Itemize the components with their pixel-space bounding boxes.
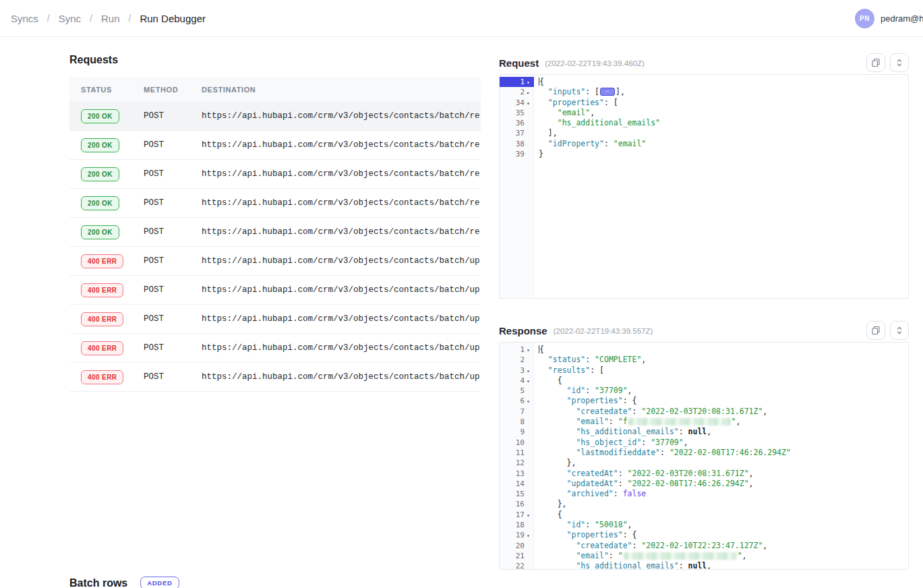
fold-toggle-icon[interactable]: ▾ <box>527 376 534 386</box>
redacted-value <box>624 552 737 560</box>
code-token: : <box>679 561 688 570</box>
response-code-editor[interactable]: 1▾{2 "status": "COMPLETE",3▾ "results": … <box>499 342 909 570</box>
code-line: 7 "createdate": "2022-02-03T20:08:31.671… <box>500 407 908 417</box>
fold-spacer <box>527 386 534 396</box>
line-gutter: 22 <box>500 561 534 570</box>
table-row[interactable]: 200 OKPOSThttps://api.hubapi.com/crm/v3/… <box>69 189 481 218</box>
run-debugger-page: Syncs/Sync/Run/Run Debugger PN pedram@hi… <box>0 0 923 588</box>
folded-code-widget[interactable]: ⋯ <box>600 88 615 96</box>
code-token <box>539 561 576 570</box>
code-line: 8 "email": "f", <box>500 417 908 427</box>
table-row[interactable]: 200 OKPOSThttps://api.hubapi.com/crm/v3/… <box>69 131 481 160</box>
code-line: 6▾ "properties": { <box>500 396 908 406</box>
line-number: 17 <box>500 510 527 520</box>
line-number: 1 <box>500 345 527 355</box>
code-token: { <box>539 77 544 86</box>
code-token <box>539 139 548 148</box>
table-row[interactable]: 400 ERRPOSThttps://api.hubapi.com/crm/v3… <box>69 363 481 392</box>
method-cell: POST <box>132 372 190 382</box>
code-line: 15 "archived": false <box>500 489 908 499</box>
line-gutter: 2▸ <box>500 87 534 97</box>
destination-cell: https://api.hubapi.com/crm/v3/objects/co… <box>190 111 481 121</box>
fold-toggle-icon[interactable]: ▾ <box>527 510 534 520</box>
expand-response-button[interactable] <box>890 321 909 340</box>
line-number: 16 <box>500 499 527 509</box>
code-token: : [ <box>590 365 604 375</box>
code-token: "50018" <box>595 520 627 529</box>
code-token: "results" <box>548 365 590 375</box>
breadcrumb-item-sync[interactable]: Sync <box>59 13 81 24</box>
fold-toggle-icon[interactable]: ▾ <box>527 345 534 355</box>
line-gutter: 12 <box>500 458 534 468</box>
code-line: 19▾ "properties": { <box>500 530 908 540</box>
code-token: , <box>628 386 632 395</box>
line-gutter: 34▾ <box>500 98 534 108</box>
code-token <box>539 118 558 127</box>
code-text: "hs_additional_emails": null, <box>534 427 711 437</box>
fold-toggle-icon[interactable]: ▾ <box>527 530 534 540</box>
fold-spacer <box>527 139 534 149</box>
fold-spacer <box>527 417 534 427</box>
code-token: false <box>623 489 647 498</box>
table-row[interactable]: 400 ERRPOSThttps://api.hubapi.com/crm/v3… <box>69 334 481 363</box>
code-text: "id": "37709", <box>534 386 632 396</box>
code-token: , <box>628 520 632 529</box>
code-token <box>539 541 576 550</box>
added-badge: ADDED <box>140 577 179 588</box>
avatar[interactable]: PN <box>855 9 874 28</box>
code-token: : <box>614 489 623 498</box>
breadcrumb-item-run[interactable]: Run <box>101 13 120 24</box>
code-token <box>539 427 576 436</box>
code-token: : { <box>623 530 637 539</box>
fold-spacer <box>527 407 534 417</box>
line-gutter: 36 <box>500 118 534 128</box>
table-row[interactable]: 400 ERRPOSThttps://api.hubapi.com/crm/v3… <box>69 276 481 305</box>
code-line: 16 }, <box>500 499 908 509</box>
line-number: 4 <box>500 376 527 386</box>
code-token: : [ <box>604 98 618 107</box>
copy-response-button[interactable] <box>866 321 885 340</box>
column-header-destination: DESTINATION <box>190 86 481 94</box>
line-number: 35 <box>500 108 527 118</box>
code-token <box>539 417 576 426</box>
copy-request-button[interactable] <box>866 53 885 72</box>
code-token: "2022-02-03T20:08:31.671Z" <box>641 407 763 416</box>
destination-cell: https://api.hubapi.com/crm/v3/objects/co… <box>190 343 481 353</box>
expand-request-button[interactable] <box>890 53 909 72</box>
breadcrumb-item-syncs[interactable]: Syncs <box>11 13 38 24</box>
table-row[interactable]: 400 ERRPOSThttps://api.hubapi.com/crm/v3… <box>69 305 481 334</box>
table-row[interactable]: 200 OKPOSThttps://api.hubapi.com/crm/v3/… <box>69 102 481 131</box>
breadcrumb-separator: / <box>90 13 92 24</box>
fold-toggle-icon[interactable]: ▾ <box>527 98 534 108</box>
line-gutter: 18 <box>500 520 534 530</box>
fold-toggle-icon[interactable]: ▾ <box>527 396 534 406</box>
fold-spacer <box>527 469 534 479</box>
code-token: "lastmodifieddate" <box>576 448 660 457</box>
code-token: ], <box>616 87 625 96</box>
code-text: "properties": { <box>534 396 636 406</box>
user-email: pedram@hig <box>881 13 923 24</box>
request-code-editor[interactable]: 1▾{2▸ "inputs": [⋯],34▾ "properties": [3… <box>499 74 909 299</box>
line-gutter: 20 <box>500 541 534 551</box>
code-text: "email": "", <box>534 551 747 561</box>
code-token <box>539 448 576 457</box>
line-number: 8 <box>500 417 527 427</box>
code-token: "2022-02-08T17:46:26.294Z" <box>628 479 749 488</box>
top-nav: Syncs/Sync/Run/Run Debugger PN pedram@hi… <box>0 0 923 37</box>
code-token <box>539 87 548 96</box>
fold-toggle-icon[interactable]: ▾ <box>527 365 534 376</box>
code-line: 37 ], <box>500 128 908 138</box>
code-line: 4▾ { <box>500 376 908 386</box>
table-row[interactable]: 200 OKPOSThttps://api.hubapi.com/crm/v3/… <box>69 218 481 247</box>
fold-toggle-icon[interactable]: ▾ <box>527 77 534 87</box>
table-row[interactable]: 400 ERRPOSThttps://api.hubapi.com/crm/v3… <box>69 247 481 276</box>
user-menu[interactable]: PN pedram@hig <box>855 9 923 28</box>
destination-cell: https://api.hubapi.com/crm/v3/objects/co… <box>190 227 481 237</box>
code-token: null <box>688 427 707 436</box>
table-row[interactable]: 200 OKPOSThttps://api.hubapi.com/crm/v3/… <box>69 160 481 189</box>
breadcrumb-separator: / <box>129 13 131 24</box>
fold-toggle-icon[interactable]: ▸ <box>527 87 534 97</box>
status-cell: 200 OK <box>69 225 132 239</box>
line-gutter: 14 <box>500 479 534 489</box>
code-line: 39} <box>500 149 908 159</box>
